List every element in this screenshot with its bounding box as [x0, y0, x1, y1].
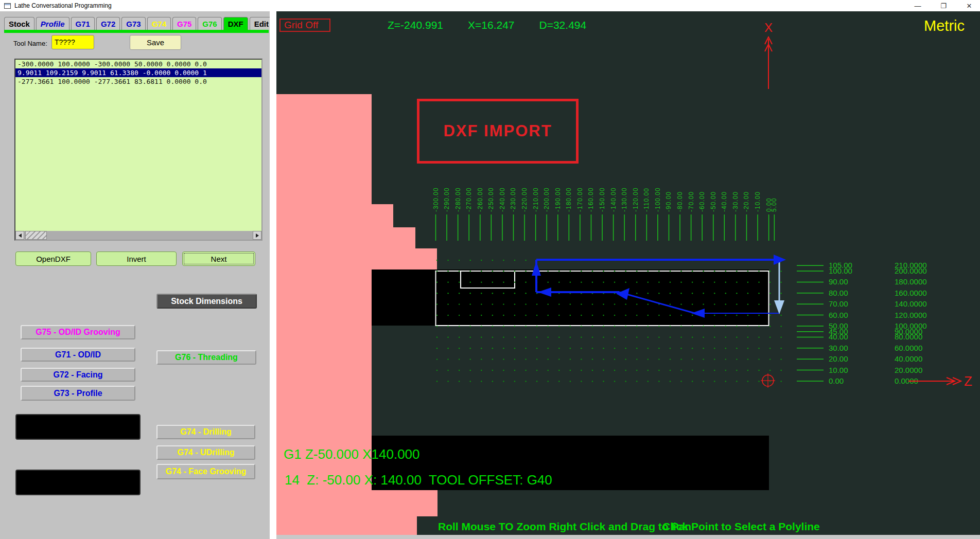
z-tick-label: -250.00	[487, 187, 495, 212]
grid-dot	[658, 381, 659, 382]
tab-g76[interactable]: G76	[198, 17, 221, 30]
grid-dot	[658, 358, 659, 360]
left-panel: StockProfileG71G72G73G74G75G76DXFEdit To…	[0, 11, 270, 539]
cad-viewport[interactable]: -300.00-290.00-280.00-270.00-260.00-250.…	[276, 11, 980, 535]
units-label: Metric	[924, 17, 965, 34]
z-tick-label: -40.00	[721, 191, 728, 212]
g74-face-grooving-button[interactable]: G74 - Face Grooving	[156, 464, 255, 479]
restore-button[interactable]: ❐	[938, 0, 949, 11]
grid-dot	[636, 337, 637, 338]
grid-dot	[436, 315, 437, 316]
tab-g72[interactable]: G72	[96, 17, 120, 30]
close-button[interactable]: ✕	[964, 0, 975, 11]
grid-dot	[481, 370, 482, 371]
toolpath-arrowhead	[532, 261, 541, 276]
g71-odid-button[interactable]: G71 - OD/ID	[21, 348, 135, 362]
grid-dot	[503, 337, 504, 338]
grid-dot	[536, 348, 537, 349]
grid-dot	[514, 370, 515, 371]
g74-udrilling-button[interactable]: G74 - UDrilling	[156, 445, 255, 460]
grid-dot	[447, 326, 448, 327]
grid-dot	[747, 337, 748, 338]
grid-dot	[680, 358, 681, 360]
invert-button[interactable]: Invert	[96, 251, 177, 266]
grid-dot	[658, 271, 659, 272]
g74-drilling-button[interactable]: G74 - Drilling	[156, 425, 255, 439]
tab-dxf[interactable]: DXF	[223, 17, 248, 30]
grid-dot	[492, 303, 493, 304]
g75-grooving-button[interactable]: G75 - OD/ID Grooving	[21, 325, 135, 339]
open-dxf-button[interactable]: OpenDXF	[15, 251, 91, 266]
profile-row-0[interactable]: -300.0000 100.0000 -300.0000 50.0000 0.0…	[15, 60, 261, 68]
scrollbar-thumb[interactable]	[25, 231, 47, 240]
stock-dimensions-button[interactable]: Stock Dimensions	[156, 294, 257, 309]
grid-dot	[714, 303, 715, 304]
grid-dot	[470, 381, 471, 382]
tab-g73[interactable]: G73	[121, 17, 145, 30]
grid-dot	[459, 370, 460, 371]
grid-dot	[570, 303, 571, 304]
z-tick-label: -200.00	[543, 187, 550, 212]
grid-dot	[636, 303, 637, 304]
blank-button-1[interactable]	[15, 414, 141, 440]
grid-dot	[481, 326, 482, 327]
grid-dot	[714, 271, 715, 272]
tab-profile[interactable]: Profile	[36, 17, 69, 30]
grid-dot	[703, 358, 704, 360]
scroll-right-button[interactable]	[253, 231, 261, 240]
grid-dot	[625, 282, 626, 283]
grid-dot	[769, 303, 771, 304]
tool-name-input[interactable]: T????	[51, 35, 94, 49]
hint-select-polyline: Click Point to Select a Polyline	[662, 520, 820, 533]
grid-dot	[692, 326, 693, 327]
scroll-left-button[interactable]	[15, 231, 24, 240]
gcode-readout-line2: 14 Z: -50.00 X: 140.00 TOOL OFFSET: G40	[285, 472, 552, 488]
gcode-readout-line1: G1 Z-50.000 X140.000	[284, 446, 420, 462]
minimize-button[interactable]: —	[912, 0, 923, 11]
g73-profile-button[interactable]: G73 - Profile	[21, 386, 135, 401]
save-button[interactable]: Save	[130, 35, 181, 50]
grid-dot	[492, 358, 493, 360]
profile-row-1[interactable]: 9.9011 109.2159 9.9011 61.3380 -0.0000 0…	[15, 68, 261, 77]
blank-button-2[interactable]	[15, 470, 141, 495]
app-icon	[4, 3, 11, 9]
grid-dot	[603, 358, 604, 360]
grid-dot	[736, 271, 737, 272]
grid-dot	[581, 282, 582, 283]
grid-dot	[780, 282, 781, 283]
profile-listbox[interactable]: -300.0000 100.0000 -300.0000 50.0000 0.0…	[14, 59, 262, 241]
grid-dot	[703, 271, 704, 272]
grid-dot	[548, 370, 549, 371]
g76-threading-button[interactable]: G76 - Threading	[156, 350, 256, 365]
grid-dot	[436, 348, 437, 349]
grid-dot	[525, 260, 526, 261]
grid-dot	[703, 370, 704, 371]
grid-dot	[536, 370, 537, 371]
grid-dot	[481, 293, 482, 294]
tab-g75[interactable]: G75	[172, 17, 196, 30]
g72-facing-button[interactable]: G72 - Facing	[21, 368, 135, 382]
horizontal-scrollbar[interactable]	[15, 231, 261, 240]
tab-stock[interactable]: Stock	[4, 17, 34, 30]
z-tick-label: -270.00	[465, 187, 472, 212]
grid-dot	[481, 260, 482, 261]
grid-toggle-button[interactable]: Grid Off	[279, 19, 330, 32]
grid-dot	[703, 326, 704, 327]
grid-dot	[503, 260, 504, 261]
next-button[interactable]: Next	[182, 251, 255, 266]
tab-g71[interactable]: G71	[71, 17, 95, 30]
grid-dot	[603, 303, 604, 304]
grid-dot	[680, 337, 681, 338]
grid-dot	[447, 271, 448, 272]
profile-row-2[interactable]: -277.3661 100.0000 -277.3661 83.6811 0.0…	[15, 77, 261, 86]
grid-dot	[558, 315, 559, 316]
grid-dot	[514, 271, 515, 272]
tab-g74[interactable]: G74	[147, 17, 171, 30]
grid-dot	[447, 282, 448, 283]
grid-dot	[714, 337, 715, 338]
grid-dot	[714, 293, 715, 294]
grid-dot	[714, 282, 715, 283]
grid-dot	[525, 381, 526, 382]
grid-dot	[470, 271, 471, 272]
grid-dot	[592, 315, 593, 316]
